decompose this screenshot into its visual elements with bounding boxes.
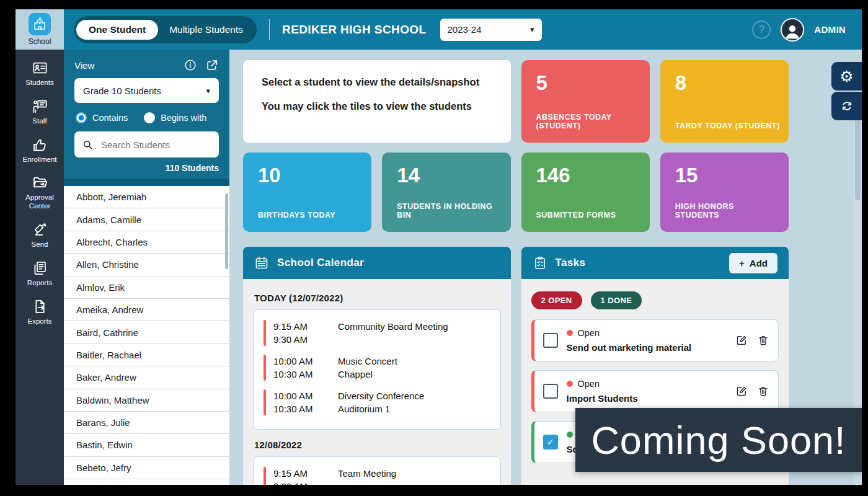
view-dropdown-value: Grade 10 Students	[83, 86, 161, 96]
calendar-event: 10:00 AM 10:30 AM Diversity Conference A…	[264, 389, 490, 415]
trash-icon[interactable]	[757, 334, 769, 347]
open-tasks-badge[interactable]: 2 OPEN	[531, 291, 582, 309]
students-icon	[32, 60, 48, 76]
one-student-toggle[interactable]: One Student	[76, 20, 158, 40]
stat-tile[interactable]: 14 STUDENTS IN HOLDING BIN	[382, 153, 510, 232]
student-name: Bastin, Edwin	[76, 440, 133, 450]
calendar-event: 9:15 AM 9:30 AM Community Board Meeting	[264, 320, 490, 346]
calendar-event-card: 9:15 AM 9:30 AM Community Board Meeting	[253, 309, 501, 430]
stat-tile[interactable]: 15 HIGH HONORS STUDENTS	[660, 153, 789, 232]
task-card: ✓ Open Import Students	[531, 370, 779, 412]
sidebar-item-label: Enrollment	[23, 156, 57, 164]
event-start-time: 9:15 AM	[273, 320, 338, 333]
search-icon	[82, 139, 94, 151]
add-task-label: Add	[750, 258, 768, 268]
avatar[interactable]	[781, 18, 804, 42]
school-year-select[interactable]: 2023-24 ▾	[440, 19, 542, 41]
student-name: Baldwin, Matthew	[76, 395, 149, 405]
sidebar-item[interactable]: Reports	[17, 260, 63, 288]
add-task-button[interactable]: + Add	[729, 253, 777, 273]
student-row[interactable]: Abbott, Jeremiah	[64, 186, 229, 208]
done-tasks-badge[interactable]: 1 DONE	[591, 291, 642, 309]
event-times: 9:15 AM 9:30 AM	[273, 467, 338, 485]
student-row[interactable]: Ameika, Andrew	[64, 299, 229, 321]
student-row[interactable]: Baitler, Rachael	[64, 344, 229, 366]
open-in-new-icon[interactable]	[205, 58, 219, 72]
stat-tile[interactable]: 146 SUBMITTED FORMS	[521, 153, 650, 232]
student-row[interactable]: Baird, Cathrine	[64, 321, 229, 343]
event-start-time: 9:15 AM	[273, 467, 338, 480]
event-detail: Community Board Meeting	[338, 320, 448, 333]
search-input[interactable]	[100, 139, 226, 151]
sidebar-item[interactable]: Staff	[17, 98, 63, 126]
event-end-time: 10:30 AM	[273, 402, 338, 415]
exports-icon	[32, 298, 48, 315]
sidebar-item[interactable]: Send	[17, 221, 63, 249]
event-accent-bar	[264, 355, 266, 381]
enrollment-icon	[32, 136, 48, 153]
contains-radio[interactable]: Contains	[76, 112, 128, 123]
stat-tile-label: ABSENCES TODAY (STUDENT)	[536, 113, 641, 130]
stat-tile[interactable]: 5 ABSENCES TODAY (STUDENT)	[521, 60, 650, 143]
sidebar-item-label: Staff	[32, 117, 46, 126]
task-checkbox[interactable]: ✓	[543, 384, 558, 399]
student-row[interactable]: Baker, Andrew	[64, 366, 229, 389]
student-row[interactable]: Adams, Camille	[64, 208, 229, 231]
event-end-time: 9:30 AM	[273, 333, 338, 346]
student-row[interactable]: Baldwin, Matthew	[64, 389, 229, 412]
caret-down-icon: ▾	[530, 25, 534, 34]
event-times: 9:15 AM 9:30 AM	[273, 320, 338, 346]
stat-tile-value: 14	[397, 164, 420, 187]
student-name: Baird, Cathrine	[76, 327, 138, 338]
view-dropdown[interactable]: Grade 10 Students ▾	[74, 78, 219, 103]
edit-icon[interactable]	[735, 385, 748, 397]
task-card: ✓ Open Send out marketing material	[531, 319, 779, 361]
student-list-scrollbar[interactable]	[225, 193, 228, 269]
stat-tile[interactable]: 8 TARDY TODAY (STUDENT)	[660, 60, 789, 143]
event-accent-bar	[264, 320, 266, 346]
student-row[interactable]: Bastin, Edwin	[64, 434, 229, 456]
school-tab[interactable]: School	[16, 9, 64, 50]
student-name: Baker, Andrew	[76, 372, 136, 383]
student-name: Abbott, Jeremiah	[76, 192, 146, 202]
event-accent-bar	[264, 389, 266, 415]
task-checkbox[interactable]: ✓	[543, 333, 558, 348]
stat-tile-label: BIRTHDAYS TODAY	[258, 211, 363, 219]
status-dot-icon	[567, 381, 573, 387]
page-title: REDIKER HIGH SCHOOL	[282, 23, 426, 37]
student-row[interactable]: Allen, Christine	[64, 254, 229, 276]
event-times: 10:00 AM 10:30 AM	[273, 355, 338, 381]
header-divider	[269, 19, 270, 40]
edit-icon[interactable]	[735, 334, 748, 347]
event-title: Music Concert	[338, 355, 397, 368]
multiple-students-toggle[interactable]: Multiple Students	[158, 20, 254, 40]
student-row[interactable]: Barans, Julie	[64, 412, 229, 434]
task-checkbox[interactable]: ✓	[543, 435, 558, 450]
stat-tile[interactable]: 10 BIRTHDAYS TODAY	[243, 153, 371, 232]
event-detail: Team Meeting	[338, 467, 396, 480]
staff-icon	[32, 98, 48, 115]
view-label: View	[74, 60, 94, 71]
refresh-button[interactable]	[831, 92, 862, 120]
begins-with-radio[interactable]: Begins with	[144, 112, 206, 123]
radio-selected-icon	[76, 112, 87, 123]
student-name: Adams, Camille	[76, 215, 141, 225]
sidebar-item[interactable]: Enrollment	[17, 136, 63, 164]
calendar-body: TODAY (12/07/2022) 9:15 AM 9:30 AM	[243, 279, 511, 485]
left-nav: Students Staff Enrollment Approval Cente…	[16, 50, 64, 485]
student-row[interactable]: Bebeto, Jefry	[64, 457, 229, 479]
help-icon[interactable]: ?	[752, 20, 771, 39]
student-row[interactable]: Almlov, Erik	[64, 277, 229, 299]
sidebar-item[interactable]: Exports	[17, 298, 63, 326]
list-header-strip	[64, 179, 229, 186]
trash-icon[interactable]	[757, 385, 769, 397]
event-end-time: 9:30 AM	[273, 480, 338, 485]
info-icon[interactable]	[184, 58, 197, 72]
stat-tile-label: SUBMITTED FORMS	[536, 211, 641, 219]
sidebar-item[interactable]: Approval Center	[17, 174, 63, 211]
event-location: Chappel	[338, 368, 397, 381]
task-status: Open	[578, 328, 600, 338]
settings-button[interactable]: ⚙	[831, 62, 862, 91]
sidebar-item[interactable]: Students	[17, 60, 63, 87]
student-row[interactable]: Albrecht, Charles	[64, 231, 229, 254]
